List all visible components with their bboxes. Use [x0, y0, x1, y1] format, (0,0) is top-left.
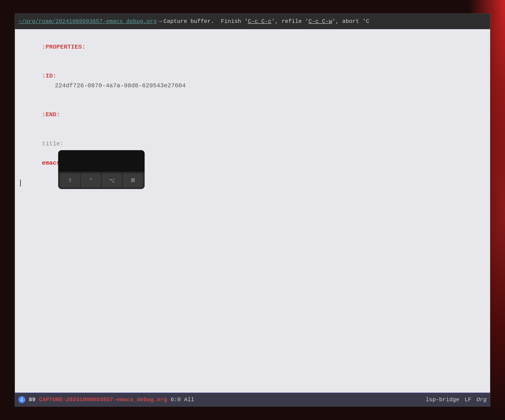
status-lf: LF: [465, 396, 471, 403]
status-bar: i 89 CAPTURE-20241008093857-emacs_debug.…: [15, 393, 490, 406]
header-bar: ~/org/roam/20241008093857-emacs_debug.or…: [15, 14, 490, 29]
id-keyword: :ID:: [42, 73, 57, 79]
shift-key-button[interactable]: ⇧: [60, 173, 80, 187]
header-arrow: →: [158, 17, 162, 26]
header-text2: ', refile ': [271, 17, 309, 26]
header-abort-text: ', abort 'C: [332, 17, 369, 26]
id-line: :ID: 224df726-0870-4a7a-98d8-629543e2760…: [20, 62, 485, 100]
header-key-refile: C-c C-w: [309, 17, 332, 26]
ctrl-key-button[interactable]: ⌃: [81, 173, 101, 187]
title-label: title:: [42, 140, 64, 147]
alt-key-button[interactable]: ⌥: [102, 173, 122, 187]
status-right: lsp-bridge LF Org: [426, 396, 487, 403]
header-key-finish: C-c C-c: [248, 17, 271, 26]
id-value: 224df726-0870-4a7a-98d8-629543e27604: [55, 82, 186, 89]
cmd-key-button[interactable]: ⌘: [123, 173, 143, 187]
status-icon-label: i: [20, 397, 23, 402]
status-org-mode: Org: [476, 396, 487, 403]
keyboard-display: [58, 150, 145, 172]
emacs-window: ~/org/roam/20241008093857-emacs_debug.or…: [15, 13, 490, 407]
status-info-icon: i: [18, 396, 25, 403]
editor-content[interactable]: :PROPERTIES: :ID: 224df726-0870-4a7a-98d…: [15, 29, 490, 393]
keyboard-modifier-widget: ⇧ ⌃ ⌥ ⌘: [58, 150, 145, 189]
end-keyword: :END:: [42, 111, 60, 118]
status-line-number: 89: [29, 396, 35, 403]
keyboard-keys: ⇧ ⌃ ⌥ ⌘: [58, 172, 145, 189]
status-filename: CAPTURE-20241008093857-emacs_debug.org: [39, 396, 167, 403]
status-position: 6:0 All: [170, 396, 194, 403]
status-lsp: lsp-bridge: [426, 396, 459, 403]
header-text: Capture buffer. Finish ': [164, 17, 248, 26]
properties-line: :PROPERTIES:: [20, 33, 485, 62]
properties-keyword: :PROPERTIES:: [42, 44, 86, 50]
text-cursor: [20, 179, 21, 186]
end-line: :END:: [20, 100, 485, 130]
header-path: ~/org/roam/20241008093857-emacs_debug.or…: [18, 17, 157, 26]
